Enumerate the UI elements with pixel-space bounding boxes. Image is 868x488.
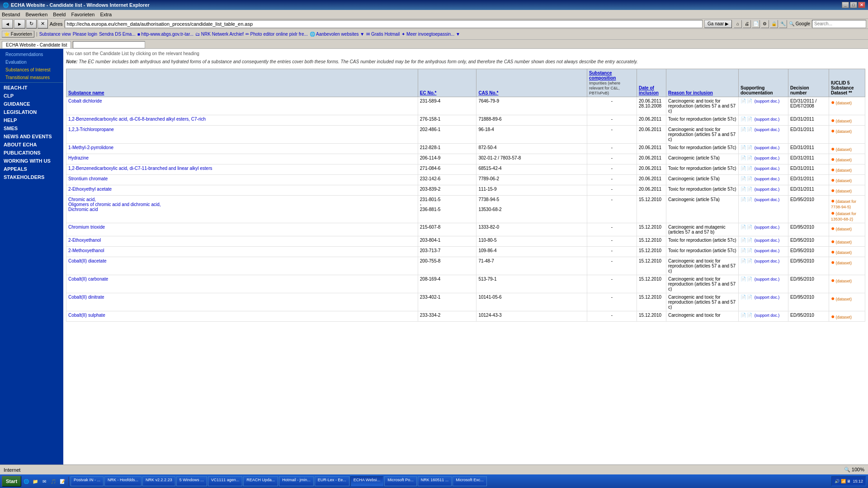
dataset-link[interactable]: (dataset): [835, 240, 852, 244]
dataset-link[interactable]: (dataset): [835, 129, 852, 134]
substance-name-link[interactable]: 1,2-Benzenedicarboxylic acid, di-C7-11-b…: [68, 166, 212, 171]
substance-name-link[interactable]: 1,2-Benzenedicarboxylic acid, di-C6-8-br…: [68, 117, 206, 122]
support-doc-link[interactable]: (support doc.): [755, 277, 780, 282]
dataset-link[interactable]: (dataset): [835, 261, 852, 265]
bookmark-sendra[interactable]: Sendra DS Ema...: [99, 32, 136, 37]
dataset-link[interactable]: (dataset): [835, 189, 852, 193]
bookmark-photo[interactable]: ✏ Photo editor online pixlr fre...: [245, 32, 308, 37]
taskbar-media-icon[interactable]: 🎵: [49, 477, 57, 485]
dataset-link[interactable]: (dataset): [835, 178, 852, 183]
bookmark-hotmail[interactable]: ✉ Gratis Hotmail: [366, 32, 400, 37]
start-button[interactable]: Start: [2, 476, 21, 487]
taskbar-item-hotmail[interactable]: Hotmail - jmin...: [279, 476, 314, 486]
sidebar-item-help[interactable]: HELP: [0, 116, 63, 124]
tab-search-input[interactable]: [73, 41, 145, 48]
col-name[interactable]: Substance name: [66, 69, 418, 97]
substance-name-link[interactable]: 2-Ethoxyethanol: [68, 238, 101, 243]
taskbar-item-nrk3[interactable]: NRK 160511 ...: [418, 476, 452, 486]
substance-name-link[interactable]: 2-Methoxyethanol: [68, 248, 104, 253]
substance-name-link[interactable]: Cobalt(II) diacetate: [68, 258, 107, 263]
bookmark-aanbevolen[interactable]: 🌐 Aanbevolen websites ▼: [310, 32, 364, 37]
sidebar-item-evaluation[interactable]: Evaluation: [0, 58, 63, 66]
sidebar-item-smes[interactable]: SMES: [0, 124, 63, 132]
menu-extra[interactable]: Extra: [100, 12, 112, 17]
bookmark-login[interactable]: Please login: [73, 32, 97, 37]
tab-echa-candidate[interactable]: ECHA Website - Candidate list: [2, 41, 71, 48]
menu-favorieten[interactable]: Favorieten: [71, 12, 94, 17]
substance-name-link[interactable]: Chromium trioxide: [68, 225, 105, 230]
taskbar-item-reach[interactable]: REACH Upda...: [243, 476, 278, 486]
sidebar-item-clp[interactable]: CLP: [0, 92, 63, 100]
support-doc-link[interactable]: (support doc.): [755, 225, 780, 230]
page-icon[interactable]: 📄: [752, 20, 760, 28]
sidebar-item-guidance[interactable]: GUIDANCE: [0, 100, 63, 108]
substance-name-link[interactable]: Chromic acid,: [68, 197, 96, 202]
support-doc-link[interactable]: (support doc.): [755, 249, 780, 253]
dataset-link[interactable]: (dataset): [835, 315, 852, 319]
substance-name-link[interactable]: 1-Methyl-2-pyrrolidone: [68, 145, 113, 150]
dataset-link[interactable]: (dataset): [835, 297, 852, 301]
taskbar-item-ms-po[interactable]: Microsoft Po...: [384, 476, 417, 486]
forward-button[interactable]: ►: [14, 19, 25, 28]
taskbar-item-windows[interactable]: 5 Windows ...: [176, 476, 207, 486]
support-doc-link[interactable]: (support doc.): [755, 259, 780, 263]
substance-name-link[interactable]: Cobalt(II) dinitrate: [68, 295, 104, 300]
dataset-link[interactable]: (dataset): [835, 227, 852, 231]
support-doc-link[interactable]: (support doc.): [755, 145, 780, 150]
taskbar-item-nrk[interactable]: NRK - Hoofdds...: [104, 476, 142, 486]
go-button[interactable]: Ga naar ▶: [704, 20, 732, 28]
dataset-link[interactable]: (dataset for 13530-68-2): [831, 211, 856, 221]
taskbar-ie-icon[interactable]: 🌐: [22, 477, 30, 485]
dataset-link[interactable]: (dataset): [835, 279, 852, 283]
taskbar-item-nrk2[interactable]: NRK v2.2.2.23: [142, 476, 175, 486]
substance-name-link[interactable]: Cobalt(II) sulphate: [68, 313, 105, 318]
support-doc-link[interactable]: (support doc.): [755, 156, 780, 160]
sidebar-item-publications[interactable]: PUBLICATIONS: [0, 149, 63, 157]
support-doc-link[interactable]: (support doc.): [755, 177, 780, 181]
col-date[interactable]: Date of inclusion: [637, 69, 666, 97]
taskbar-outlook-icon[interactable]: ✉: [40, 477, 48, 485]
dataset-link[interactable]: (dataset): [835, 250, 852, 255]
bookmark-nrk-archief[interactable]: 🗂 NRK Netwerk Archief: [195, 32, 244, 37]
substance-name-link[interactable]: Cobalt(II) carbonate: [68, 277, 108, 282]
support-doc-link[interactable]: (support doc.): [755, 238, 780, 243]
safety-icon[interactable]: 🔒: [770, 20, 778, 28]
sidebar-item-working[interactable]: WORKING WITH US: [0, 157, 63, 165]
substance-name-link[interactable]: 1,2,3-Trichloropropane: [68, 127, 114, 132]
support-doc-link[interactable]: (support doc.): [755, 197, 780, 202]
support-doc-link[interactable]: (support doc.): [755, 117, 780, 122]
dataset-link[interactable]: (dataset): [835, 147, 852, 152]
sidebar-item-recommendations[interactable]: Recommendations: [0, 51, 63, 58]
dataset-link[interactable]: (dataset): [835, 168, 852, 173]
sidebar-item-stakeholders[interactable]: STAKEHOLDERS: [0, 173, 63, 181]
taskbar-item-excel[interactable]: Microsoft Exc...: [453, 476, 487, 486]
bookmark-abgs[interactable]: ■ http-www.abgs.gov.tr-tar...: [137, 32, 193, 37]
menu-bewerken[interactable]: Bewerken: [25, 12, 47, 17]
back-button[interactable]: ◄: [2, 19, 13, 28]
taskbar-word-icon[interactable]: 📝: [58, 477, 66, 485]
close-button[interactable]: ✕: [858, 2, 865, 8]
taskbar-item-eurlex[interactable]: EUR-Lex - Ee...: [315, 476, 349, 486]
support-doc-link[interactable]: (support doc.): [755, 187, 780, 192]
support-doc-link[interactable]: (support doc.): [755, 166, 780, 171]
sidebar-item-reachit[interactable]: REACH-IT: [0, 84, 63, 92]
menu-beeld[interactable]: Beeld: [53, 12, 66, 17]
home-icon[interactable]: ⌂: [734, 20, 742, 28]
support-doc-link[interactable]: (support doc.): [755, 295, 780, 300]
search-input[interactable]: [812, 20, 866, 28]
col-reason[interactable]: Reason for inclusion: [666, 69, 739, 97]
dataset-link[interactable]: (dataset): [835, 119, 852, 123]
dataset-link[interactable]: (dataset): [835, 101, 852, 105]
sidebar-item-about[interactable]: ABOUT ECHA: [0, 141, 63, 149]
taskbar-item-vc1111[interactable]: VC1111 agen...: [208, 476, 243, 486]
sidebar-item-appeals[interactable]: APPEALS: [0, 165, 63, 173]
dataset-link[interactable]: (dataset for 7738-94-5): [831, 199, 856, 209]
refresh-button[interactable]: ↻: [26, 19, 37, 28]
address-input[interactable]: [65, 20, 703, 28]
taskbar-item-postvak[interactable]: Postvak IN - ...: [71, 476, 104, 486]
substance-name-link[interactable]: Dichromic acid: [68, 207, 98, 212]
tools2-icon[interactable]: 🔧: [779, 20, 787, 28]
minimize-button[interactable]: _: [842, 2, 849, 8]
dataset-link[interactable]: (dataset): [835, 158, 852, 162]
taskbar-item-echa[interactable]: ECHA Websi...: [350, 476, 383, 486]
